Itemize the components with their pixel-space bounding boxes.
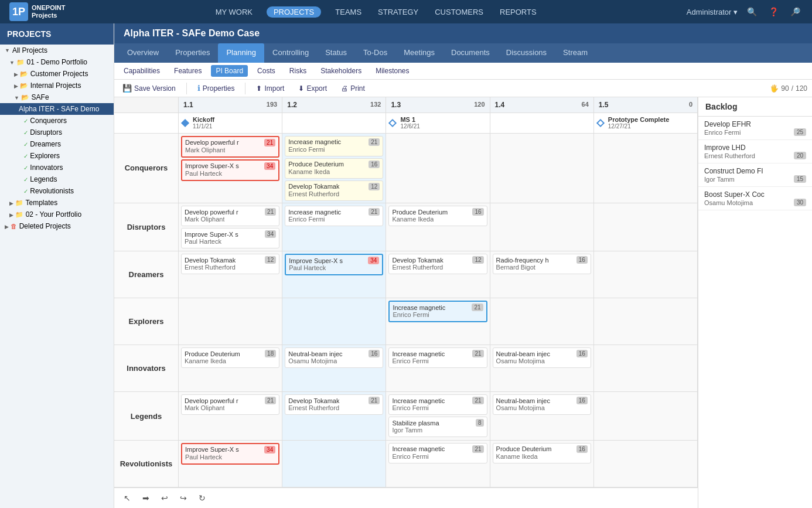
sub-tab-stakeholders[interactable]: Stakeholders [316, 65, 366, 77]
save-version-button[interactable]: 💾 Save Version [119, 82, 179, 94]
properties-button[interactable]: ℹ Properties [194, 82, 238, 94]
sub-tab-costs[interactable]: Costs [253, 65, 280, 77]
story-points: 21 [472, 397, 483, 404]
sidebar-item-legends[interactable]: ✓ Legends [0, 173, 114, 185]
refresh-icon[interactable]: ↻ [196, 492, 208, 504]
tab-controlling[interactable]: Controlling [264, 43, 317, 63]
sidebar-item-internal-projects[interactable]: ▶ 📂 Internal Projects [0, 80, 114, 91]
sidebar-item-revolutionists[interactable]: ✓ Revolutionists [0, 185, 114, 197]
nav-user[interactable]: Administrator ▾ [687, 8, 738, 16]
tab-documents[interactable]: Documents [443, 43, 498, 63]
folder-icon: 📁 [15, 199, 23, 206]
story-card[interactable]: Develop powerful r 21 Mark Oliphant [181, 136, 279, 158]
search-icon[interactable]: 🔍 [745, 6, 759, 18]
logo[interactable]: 1P ONEPOINTProjects [9, 2, 65, 21]
sub-tab-piboard[interactable]: PI Board [211, 65, 248, 77]
cursor-icon[interactable]: ↖ [121, 492, 133, 504]
sidebar-item-safe[interactable]: ▼ 📂 SAFe [0, 91, 114, 103]
settings-icon[interactable]: 🔎 [788, 6, 803, 18]
story-card[interactable]: Increase magnetic 21 Enrico Fermi [388, 394, 487, 415]
sidebar-item-disruptors[interactable]: ✓ Disruptors [0, 127, 114, 138]
story-card[interactable]: Increase magnetic 21 Enrico Fermi [285, 136, 383, 156]
sidebar-item-explorers[interactable]: ✓ Explorers [0, 150, 114, 162]
tab-overview[interactable]: Overview [119, 43, 167, 63]
sub-tab-risks[interactable]: Risks [285, 65, 311, 77]
tab-discussions[interactable]: Discussions [498, 43, 555, 63]
story-title: Produce Deuterium [392, 209, 448, 216]
story-person: Kaname Ikeda [288, 168, 330, 175]
kickoff-milestone[interactable]: Kickoff 11/1/21 [179, 115, 218, 131]
story-card[interactable]: Radio-frequency h 16 Bernard Bigot [493, 254, 591, 274]
story-card[interactable]: Develop powerful r 21 Mark Oliphant [181, 206, 279, 226]
help-icon[interactable]: ❓ [766, 6, 781, 18]
nav-teams[interactable]: TEAMS [333, 6, 364, 18]
story-card[interactable]: Improve Super-X s 34 Paul Harteck [181, 228, 279, 248]
story-card[interactable]: Develop Tokamak 12 Ernest Rutherford [181, 254, 279, 274]
nav-reports[interactable]: REPORTS [497, 6, 539, 18]
story-card[interactable]: Improve Super-X s 34 Paul Harteck [181, 159, 279, 181]
tab-status[interactable]: Status [317, 43, 355, 63]
export-button[interactable]: ⬇ Export [295, 83, 330, 94]
story-card[interactable]: Neutral-beam injec 16 Osamu Motojima [285, 347, 383, 368]
story-card[interactable]: Produce Deuterium 16 Kaname Ikeda [493, 443, 591, 463]
story-card[interactable]: Produce Deuterium 16 Kaname Ikeda [388, 206, 487, 226]
prototype-milestone[interactable]: Prototype Complete 12/27/21 [594, 115, 673, 131]
tab-meetings[interactable]: Meetings [395, 43, 443, 63]
sub-tab-milestones[interactable]: Milestones [371, 65, 414, 77]
backlog-item-construct-demo-fi[interactable]: Construct Demo FI Igor Tamm 15 [698, 163, 812, 187]
sidebar-item-innovators[interactable]: ✓ Innovators [0, 162, 114, 173]
undo-icon[interactable]: ↩ [159, 492, 170, 504]
sidebar-item-deleted-projects[interactable]: ▶ 🗑 Deleted Projects [0, 220, 114, 232]
import-button[interactable]: ⬆ Import [253, 83, 288, 94]
story-card[interactable]: Neutral-beam injec 16 Osamu Motojima [493, 347, 591, 368]
sidebar-item-customer-projects[interactable]: ▶ 📂 Customer Projects [0, 68, 114, 80]
story-card[interactable]: Increase magnetic 21 Enrico Fermi [388, 347, 487, 368]
tab-planning[interactable]: Planning [218, 43, 264, 63]
nav-mywork[interactable]: MY WORK [213, 6, 255, 18]
arrow-right-icon[interactable]: ➡ [140, 492, 152, 504]
story-card[interactable]: Develop Tokamak 12 Ernest Rutherford [388, 254, 487, 274]
tab-stream[interactable]: Stream [555, 43, 596, 63]
pi-board-scroll[interactable]: 1.1 193 1.2 132 1.3 120 1.4 64 [114, 97, 698, 508]
sidebar-item-templates[interactable]: ▶ 📁 Templates [0, 197, 114, 209]
ms-col-1-1: Kickoff 11/1/21 [179, 113, 282, 133]
story-person: Paul Harteck [185, 454, 222, 461]
story-title: Neutral-beam injec [496, 397, 550, 404]
story-card[interactable]: Improve Super-X s 34 Paul Harteck [285, 254, 383, 275]
backlog-item-develop-efhr[interactable]: Develop EFHR Enrico Fermi 25 [698, 117, 812, 140]
sidebar-item-conquerors[interactable]: ✓ Conquerors [0, 115, 114, 127]
story-card[interactable]: Develop Tokamak 21 Ernest Rutherford [285, 394, 383, 415]
ms1-milestone[interactable]: MS 1 12/6/21 [386, 115, 423, 131]
story-card[interactable]: Produce Deuterium 18 Kaname Ikeda [181, 347, 279, 368]
tab-properties[interactable]: Properties [167, 43, 218, 63]
nav-projects[interactable]: PROJECTS [267, 6, 321, 18]
sub-tab-features[interactable]: Features [169, 65, 206, 77]
story-card[interactable]: Stabilize plasma 8 Igor Tamm [388, 417, 487, 437]
nav-customers[interactable]: CUSTOMERS [432, 6, 486, 18]
nav-strategy[interactable]: STRATEGY [376, 6, 421, 18]
story-card[interactable]: Increase magnetic 21 Enrico Fermi [388, 301, 487, 322]
sidebar-item-alpha-iter[interactable]: Alpha ITER - SAFe Demo [0, 103, 114, 115]
story-card[interactable]: Neutral-beam injec 16 Osamu Motojima [493, 394, 591, 415]
story-card[interactable]: Produce Deuterium 16 Kaname Ikeda [285, 158, 383, 179]
story-card[interactable]: Increase magnetic 21 Enrico Fermi [285, 206, 383, 226]
sidebar-item-dreamers[interactable]: ✓ Dreamers [0, 138, 114, 150]
story-card[interactable]: Develop Tokamak 12 Ernest Rutherford [285, 180, 383, 201]
story-card[interactable]: Improve Super-X s 34 Paul Harteck [181, 443, 279, 465]
logo-text: ONEPOINTProjects [32, 4, 65, 19]
print-button[interactable]: 🖨 Print [337, 83, 369, 94]
sidebar-item-demo-portfolio[interactable]: ▼ 📁 01 - Demo Portfolio [0, 56, 114, 68]
sub-tab-capabilities[interactable]: Capabilities [119, 65, 165, 77]
backlog-person-name: Osamu Motojima [704, 199, 753, 206]
conquerors-col-1-4 [490, 134, 594, 203]
story-card[interactable]: Develop powerful r 21 Mark Oliphant [181, 394, 279, 415]
sidebar-item-your-portfolio[interactable]: ▶ 📁 02 - Your Portfolio [0, 209, 114, 220]
redo-icon[interactable]: ↪ [178, 492, 189, 504]
team-row-revolutionists: Revolutionists Improve Super-X s 34 Paul… [114, 441, 698, 487]
backlog-item-boost-superx[interactable]: Boost Super-X Coc Osamu Motojima 30 [698, 187, 812, 210]
story-card[interactable]: Increase magnetic 21 Enrico Fermi [388, 443, 487, 463]
sidebar-item-all-projects[interactable]: ▼ All Projects [0, 45, 114, 56]
backlog-item-improve-lhd[interactable]: Improve LHD Ernest Rutherford 20 [698, 140, 812, 163]
tab-todos[interactable]: To-Dos [355, 43, 395, 63]
innovators-col-1-5 [594, 345, 698, 391]
